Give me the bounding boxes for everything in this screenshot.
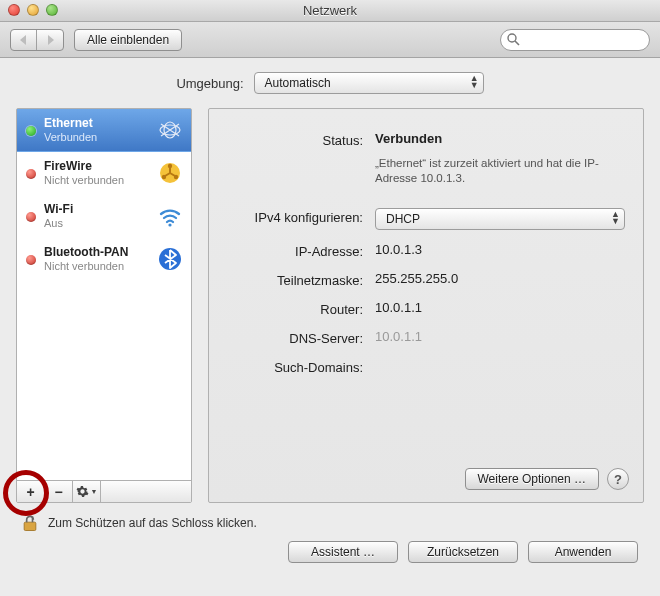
- show-all-button[interactable]: Alle einblenden: [74, 29, 182, 51]
- advanced-options-button[interactable]: Weitere Optionen …: [465, 468, 600, 490]
- remove-service-button[interactable]: −: [45, 481, 73, 502]
- service-firewire[interactable]: FireWire Nicht verbunden: [17, 152, 191, 195]
- service-status: Aus: [44, 216, 149, 230]
- subnet-mask-label: Teilnetzmaske:: [227, 271, 375, 288]
- popup-arrows-icon: ▲▼: [470, 75, 479, 89]
- ip-address-label: IP-Adresse:: [227, 242, 375, 259]
- window-controls: [8, 4, 58, 16]
- sidebar-footer-spacer: [101, 481, 191, 502]
- forward-button[interactable]: [37, 30, 63, 50]
- minimize-window-button[interactable]: [27, 4, 39, 16]
- nav-back-forward: [10, 29, 64, 51]
- chevron-down-icon: ▼: [91, 488, 98, 495]
- router-value: 10.0.1.1: [375, 300, 625, 315]
- revert-button[interactable]: Zurücksetzen: [408, 541, 518, 563]
- environment-row: Umgebung: Automatisch ▲▼: [16, 72, 644, 94]
- environment-popup[interactable]: Automatisch ▲▼: [254, 72, 484, 94]
- toolbar: Alle einblenden: [0, 22, 660, 58]
- popup-arrows-icon: ▲▼: [611, 211, 620, 225]
- status-label: Status:: [227, 131, 375, 148]
- assistant-button[interactable]: Assistent …: [288, 541, 398, 563]
- lock-text: Zum Schützen auf das Schloss klicken.: [48, 516, 257, 530]
- minus-icon: −: [54, 484, 62, 500]
- service-status: Nicht verbunden: [44, 259, 149, 273]
- router-label: Router:: [227, 300, 375, 317]
- chevron-right-icon: [46, 35, 55, 45]
- search-icon: [507, 33, 520, 49]
- environment-label: Umgebung:: [176, 76, 243, 91]
- service-actions-button[interactable]: ▼: [73, 481, 101, 502]
- bluetooth-icon: [157, 246, 183, 272]
- status-dot-green-icon: [26, 126, 36, 136]
- service-name: FireWire: [44, 159, 149, 173]
- ethernet-icon: [157, 117, 183, 143]
- service-status: Nicht verbunden: [44, 173, 149, 187]
- plus-icon: +: [26, 484, 34, 500]
- svg-point-5: [168, 164, 172, 168]
- zoom-window-button[interactable]: [46, 4, 58, 16]
- titlebar: Netzwerk: [0, 0, 660, 22]
- detail-panel: Status: Verbunden „Ethernet“ ist zurzeit…: [208, 108, 644, 503]
- unlocked-lock-icon: [20, 513, 40, 533]
- svg-rect-10: [24, 522, 36, 530]
- sidebar-footer: + − ▼: [17, 480, 191, 502]
- bottom-buttons: Assistent … Zurücksetzen Anwenden: [16, 541, 644, 577]
- help-button[interactable]: ?: [607, 468, 629, 490]
- search-field[interactable]: [500, 29, 650, 51]
- service-ethernet[interactable]: Ethernet Verbunden: [17, 109, 191, 152]
- svg-point-0: [508, 34, 516, 42]
- service-wifi[interactable]: Wi-Fi Aus: [17, 195, 191, 238]
- firewire-icon: [157, 160, 183, 186]
- dns-server-label: DNS-Server:: [227, 329, 375, 346]
- back-button[interactable]: [11, 30, 37, 50]
- status-dot-red-icon: [26, 169, 36, 179]
- service-status: Verbunden: [44, 130, 149, 144]
- service-name: Ethernet: [44, 116, 149, 130]
- search-input[interactable]: [525, 32, 641, 48]
- search-domains-label: Such-Domains:: [227, 358, 375, 375]
- subnet-mask-value: 255.255.255.0: [375, 271, 625, 286]
- service-name: Wi-Fi: [44, 202, 149, 216]
- services-sidebar: Ethernet Verbunden FireWire Nicht verbun…: [16, 108, 192, 503]
- add-service-button[interactable]: +: [17, 481, 45, 502]
- status-value: Verbunden: [375, 131, 625, 146]
- gear-icon: [76, 485, 89, 498]
- apply-button[interactable]: Anwenden: [528, 541, 638, 563]
- environment-value: Automatisch: [265, 76, 331, 90]
- ipv4-config-value: DHCP: [386, 212, 420, 226]
- window-title: Netzwerk: [303, 3, 357, 18]
- service-bluetooth-pan[interactable]: Bluetooth-PAN Nicht verbunden: [17, 238, 191, 281]
- dns-server-value: 10.0.1.1: [375, 329, 625, 344]
- svg-line-1: [515, 41, 519, 45]
- wifi-icon: [157, 203, 183, 229]
- close-window-button[interactable]: [8, 4, 20, 16]
- chevron-left-icon: [19, 35, 28, 45]
- ip-address-value: 10.0.1.3: [375, 242, 625, 257]
- svg-point-8: [168, 223, 171, 226]
- status-dot-red-icon: [26, 255, 36, 265]
- status-dot-red-icon: [26, 212, 36, 222]
- ipv4-config-popup[interactable]: DHCP ▲▼: [375, 208, 625, 230]
- status-description: „Ethernet“ ist zurzeit aktiviert und hat…: [375, 156, 625, 186]
- lock-row[interactable]: Zum Schützen auf das Schloss klicken.: [16, 503, 644, 541]
- svg-rect-11: [32, 516, 34, 522]
- ipv4-config-label: IPv4 konfigurieren:: [227, 208, 375, 225]
- service-name: Bluetooth-PAN: [44, 245, 149, 259]
- help-icon: ?: [614, 472, 622, 487]
